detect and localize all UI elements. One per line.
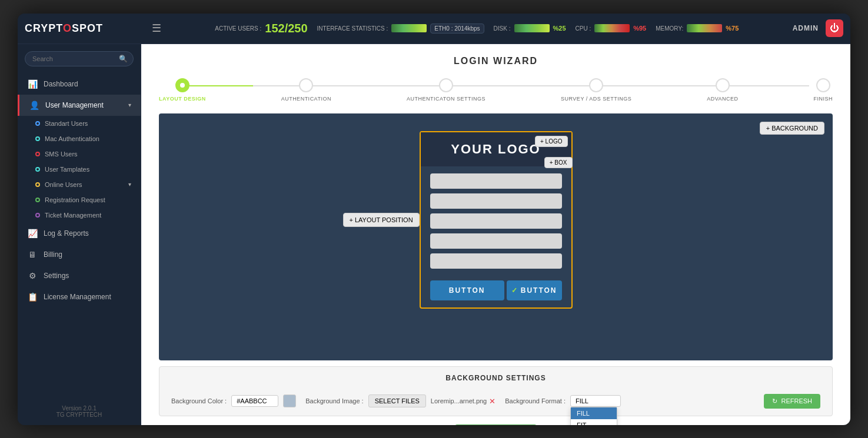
step-finish[interactable]: FINISH [813, 78, 833, 102]
next-btn-row: NEXT [159, 424, 833, 425]
sub-label-standard: Standart Users [45, 120, 88, 127]
memory-pct: %75 [726, 25, 739, 32]
sidebar-item-log-reports[interactable]: 📈 Log & Reports [18, 223, 141, 244]
bg-settings-title: BACKGROUND SETTINGS [171, 374, 820, 382]
login-button-2-label: BUTTON [521, 286, 557, 295]
license-icon: 📋 [27, 292, 38, 302]
refresh-label: REFRESH [781, 397, 812, 404]
file-close-icon[interactable]: ✕ [489, 397, 495, 406]
image-label: Background Image : [305, 397, 363, 404]
color-label: Background Color : [171, 397, 227, 404]
expand-arrow-icon: ▾ [128, 102, 131, 108]
memory-stat: MEMORY: %75 [656, 24, 739, 32]
next-button[interactable]: NEXT [455, 424, 537, 425]
dot-icon [35, 213, 40, 218]
sub-item-registration[interactable]: Registration Request [18, 192, 141, 208]
dot-icon [35, 152, 40, 156]
format-option-fill[interactable]: FILL [571, 407, 617, 419]
wizard-title: LOGIN WIZARD [159, 56, 833, 66]
active-users-label: ACTIVE USERS : [215, 25, 261, 32]
power-button[interactable]: ⏻ [826, 19, 843, 37]
sub-item-mac-auth[interactable]: Mac Authentication [18, 131, 141, 146]
wizard-container: LOGIN WIZARD LAYOUT DESIGN AUTHENTICATIO… [141, 44, 850, 425]
sub-item-user-templates[interactable]: User Tamplates [18, 162, 141, 177]
background-button[interactable]: + BACKGROUND [760, 122, 824, 135]
step-layout-design[interactable]: LAYOUT DESIGN [159, 78, 206, 102]
format-dropdown: FILL FIT STRETCH TILE CENTER [570, 407, 617, 425]
refresh-button[interactable]: ↻ REFRESH [764, 394, 820, 409]
top-right: ADMIN ⏻ [793, 19, 843, 37]
logo-button[interactable]: + LOGO [535, 136, 568, 147]
step-circle-finish [816, 78, 830, 92]
sub-item-ticket[interactable]: Ticket Management [18, 208, 141, 223]
logo: CRYPTOSPOT [25, 22, 103, 35]
disk-pct: %25 [553, 25, 566, 32]
eth-dropdown[interactable]: ETH0 : 2014kbps [430, 24, 484, 34]
step-label-layout: LAYOUT DESIGN [159, 96, 206, 102]
eth-bar [391, 24, 427, 32]
file-name: Loremip...arnet.png ✕ [431, 397, 495, 406]
cpu-label: CPU : [576, 25, 591, 32]
format-label: Background Format : [505, 397, 566, 404]
search-input[interactable] [25, 51, 134, 66]
box-button[interactable]: + BOX [544, 157, 573, 168]
brand-text: TG CRYPTTECH [27, 412, 131, 418]
sidebar-label-settings: Settings [44, 272, 69, 280]
color-input[interactable] [231, 395, 278, 407]
color-swatch[interactable] [283, 394, 296, 407]
version-info: Version 2.0.1 TG CRYPTTECH [18, 398, 141, 425]
logo-area: CRYPTOSPOT [25, 22, 142, 35]
step-survey-ads[interactable]: SURVEY / ADS SETTINGS [561, 78, 631, 102]
step-circle-advanced [716, 78, 730, 92]
user-management-submenu: Standart Users Mac Authentication SMS Us… [18, 116, 141, 223]
sub-label-registration: Registration Request [45, 196, 105, 203]
sidebar-item-settings[interactable]: ⚙ Settings [18, 265, 141, 286]
login-button-1[interactable]: BUTTON [430, 280, 504, 300]
user-management-icon: 👤 [29, 101, 39, 110]
disk-stat: DISK : %25 [494, 24, 566, 32]
step-circle-auth [299, 78, 313, 92]
sidebar-item-license[interactable]: 📋 License Management [18, 286, 141, 307]
top-bar: CRYPTOSPOT ☰ ACTIVE USERS : 152/250 INTE… [18, 14, 850, 44]
format-select[interactable]: FILL FIT STRETCH TILE CENTER [570, 395, 621, 407]
active-users-value: 152/250 [265, 22, 307, 35]
login-box-wrapper: + LAYOUT POSITION + LOGO YOUR LOGO + BOX [420, 131, 573, 309]
sub-item-online-users[interactable]: Online Users ▾ [18, 177, 141, 192]
search-icon: 🔍 [119, 55, 128, 63]
sidebar: 🔍 📊 Dashboard 👤 User Management ▾ Standa… [18, 44, 141, 425]
content-area: LOGIN WIZARD LAYOUT DESIGN AUTHENTICATIO… [141, 44, 850, 425]
sub-label-sms: SMS Users [45, 151, 78, 158]
format-option-fit[interactable]: FIT [571, 419, 617, 425]
version-text: Version 2.0.1 [27, 405, 131, 412]
step-label-auth-settings: AUTHENTICATON SETTINGS [407, 96, 485, 102]
interface-stat: INTERFACE STATISTICS : ETH0 : 2014kbps [317, 24, 484, 34]
check-icon: ✓ [511, 286, 518, 295]
disk-bar [514, 24, 550, 32]
sidebar-item-user-management[interactable]: 👤 User Management ▾ [18, 95, 141, 116]
form-field-4 [430, 233, 562, 249]
step-authentication[interactable]: AUTHENTICATION [281, 78, 331, 102]
sub-item-standard-users[interactable]: Standart Users [18, 116, 141, 131]
btn-row: BUTTON ✓ BUTTON [430, 280, 562, 300]
disk-label: DISK : [494, 25, 511, 32]
step-label-survey: SURVEY / ADS SETTINGS [561, 96, 631, 102]
form-area: + BOX [421, 166, 571, 276]
sub-item-sms-users[interactable]: SMS Users [18, 146, 141, 162]
active-users-stat: ACTIVE USERS : 152/250 [215, 22, 307, 35]
login-button-2[interactable]: ✓ BUTTON [507, 280, 562, 300]
top-stats: ACTIVE USERS : 152/250 INTERFACE STATIST… [161, 22, 793, 35]
select-files-button[interactable]: SELECT FILES [368, 394, 426, 407]
step-advanced[interactable]: ADVANCED [707, 78, 738, 102]
log-reports-icon: 📈 [27, 229, 38, 238]
expand-arrow-icon: ▾ [128, 181, 131, 188]
interface-label: INTERFACE STATISTICS : [317, 25, 388, 32]
format-select-wrapper: FILL FIT STRETCH TILE CENTER FILL FIT ST… [570, 395, 621, 407]
layout-position-button[interactable]: + LAYOUT POSITION [343, 213, 420, 227]
step-auth-settings[interactable]: AUTHENTICATON SETTINGS [407, 78, 485, 102]
sidebar-label-log: Log & Reports [44, 229, 89, 238]
sidebar-item-dashboard[interactable]: 📊 Dashboard [18, 73, 141, 95]
memory-bar [687, 24, 722, 32]
sidebar-item-billing[interactable]: 🖥 Billing [18, 244, 141, 265]
hamburger-icon[interactable]: ☰ [152, 22, 161, 35]
form-field-1 [430, 173, 562, 189]
